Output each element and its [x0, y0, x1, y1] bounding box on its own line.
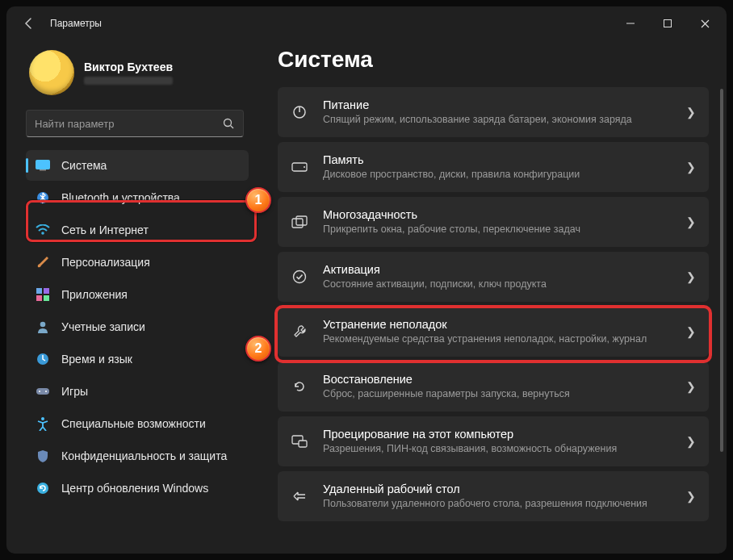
svg-rect-5	[40, 169, 46, 171]
search-icon	[223, 118, 235, 130]
svg-point-15	[39, 391, 40, 392]
project-icon	[291, 433, 308, 450]
check-circle-icon	[291, 268, 308, 286]
close-button[interactable]	[686, 10, 723, 36]
card-subtitle: Состояние активации, подписки, ключ прод…	[323, 278, 672, 290]
sidebar-item-label: Приложения	[61, 288, 128, 301]
sidebar-item-label: Система	[61, 159, 107, 172]
card-subtitle: Разрешения, ПИН-код связывания, возможно…	[323, 442, 672, 455]
card-storage[interactable]: Память Дисковое пространство, диски, пра…	[278, 142, 709, 192]
card-title: Устранение неполадок	[323, 318, 672, 331]
person-icon	[36, 320, 50, 334]
gamepad-icon	[36, 384, 50, 399]
card-multitasking[interactable]: Многозадачность Прикрепить окна, рабочие…	[278, 197, 709, 247]
accessibility-icon	[36, 416, 50, 431]
svg-rect-4	[36, 161, 50, 169]
apps-icon	[36, 287, 50, 302]
card-remote-desktop[interactable]: Удаленный рабочий стол Пользователи удал…	[278, 471, 709, 521]
card-title: Проецирование на этот компьютер	[323, 428, 672, 441]
shield-icon	[36, 449, 50, 463]
scrollbar-thumb[interactable]	[720, 89, 723, 452]
card-recovery[interactable]: Восстановление Сброс, расширенные параме…	[278, 361, 709, 412]
minimize-button[interactable]	[612, 10, 649, 36]
profile-email-blurred	[84, 77, 173, 85]
sidebar-item-label: Учетные записи	[61, 320, 145, 333]
card-title: Питание	[323, 98, 672, 111]
main-panel: Система Питание Спящий режим, использова…	[258, 40, 727, 554]
back-button[interactable]	[19, 14, 39, 33]
svg-rect-8	[36, 288, 42, 294]
chevron-right-icon: ❯	[686, 380, 696, 393]
svg-rect-1	[664, 20, 672, 27]
card-text: Устранение неполадок Рекомендуемые средс…	[323, 318, 672, 345]
globe-clock-icon	[36, 352, 50, 366]
sidebar-item-bluetooth[interactable]: Bluetooth и устройства	[26, 182, 249, 213]
sidebar: Виктор Бухтеев Система Bluetooth и устро…	[6, 40, 258, 554]
card-power[interactable]: Питание Спящий режим, использование заря…	[278, 87, 709, 137]
nav-list: Система Bluetooth и устройства Сеть и Ин…	[26, 150, 249, 504]
maximize-button[interactable]	[649, 10, 686, 36]
brush-icon	[36, 255, 50, 270]
card-subtitle: Спящий режим, использование заряда батар…	[323, 113, 672, 126]
card-subtitle: Сброс, расширенные параметры запуска, ве…	[323, 387, 672, 400]
multitask-icon	[291, 213, 308, 231]
sidebar-item-windows-update[interactable]: Центр обновления Windows	[26, 473, 249, 504]
sidebar-item-label: Сеть и Интернет	[61, 224, 149, 236]
card-title: Восстановление	[323, 373, 672, 386]
chevron-right-icon: ❯	[686, 106, 696, 119]
sidebar-item-label: Специальные возможности	[61, 417, 206, 430]
card-text: Проецирование на этот компьютер Разрешен…	[323, 428, 672, 455]
scrollbar[interactable]	[720, 89, 723, 545]
sidebar-item-privacy[interactable]: Конфиденциальность и защита	[26, 441, 249, 471]
page-title: Система	[278, 47, 709, 73]
avatar	[29, 50, 74, 95]
sidebar-item-system[interactable]: Система	[26, 150, 249, 181]
card-text: Память Дисковое пространство, диски, пра…	[323, 153, 672, 181]
sidebar-item-gaming[interactable]: Игры	[26, 376, 249, 407]
sidebar-item-accounts[interactable]: Учетные записи	[26, 311, 249, 342]
card-title: Память	[323, 153, 672, 166]
card-projecting[interactable]: Проецирование на этот компьютер Разрешен…	[278, 416, 709, 466]
card-subtitle: Рекомендуемые средства устранения непола…	[323, 332, 672, 345]
search-input[interactable]	[35, 118, 223, 130]
chevron-right-icon: ❯	[686, 215, 696, 228]
sidebar-item-label: Центр обновления Windows	[61, 482, 208, 495]
system-icon	[36, 158, 50, 173]
sidebar-item-label: Время и язык	[61, 353, 132, 366]
sidebar-item-network[interactable]: Сеть и Интернет	[26, 215, 249, 245]
settings-window: Параметры Виктор Бухтеев	[6, 6, 727, 554]
sidebar-item-apps[interactable]: Приложения	[26, 279, 249, 310]
chevron-right-icon: ❯	[686, 435, 696, 448]
card-title: Активация	[323, 263, 672, 276]
svg-rect-24	[296, 216, 307, 225]
profile-block[interactable]: Виктор Бухтеев	[26, 47, 249, 105]
sidebar-item-label: Конфиденциальность и защита	[61, 449, 227, 462]
sidebar-item-time-language[interactable]: Время и язык	[26, 344, 249, 374]
update-icon	[36, 481, 50, 495]
card-subtitle: Дисковое пространство, диски, правила ко…	[323, 168, 672, 181]
sidebar-item-label: Персонализация	[61, 256, 150, 269]
card-text: Удаленный рабочий стол Пользователи удал…	[323, 483, 672, 510]
search-box[interactable]	[26, 110, 244, 137]
card-text: Активация Состояние активации, подписки,…	[323, 263, 672, 290]
storage-icon	[291, 158, 308, 176]
sidebar-item-personalization[interactable]: Персонализация	[26, 247, 249, 278]
svg-rect-27	[299, 441, 307, 447]
wifi-icon	[36, 223, 50, 237]
profile-name: Виктор Бухтеев	[84, 61, 173, 73]
sidebar-item-label: Bluetooth и устройства	[61, 191, 180, 204]
svg-point-22	[304, 166, 305, 168]
sidebar-item-label: Игры	[61, 385, 88, 398]
svg-point-2	[224, 119, 232, 126]
svg-point-17	[41, 417, 44, 420]
card-activation[interactable]: Активация Состояние активации, подписки,…	[278, 252, 709, 302]
card-troubleshoot[interactable]: Устранение неполадок Рекомендуемые средс…	[278, 307, 709, 357]
settings-list: Питание Спящий режим, использование заря…	[278, 87, 709, 521]
sidebar-item-accessibility[interactable]: Специальные возможности	[26, 408, 249, 439]
svg-rect-9	[44, 288, 49, 294]
chevron-right-icon: ❯	[686, 325, 696, 338]
card-text: Питание Спящий режим, использование заря…	[323, 98, 672, 126]
power-icon	[291, 103, 308, 121]
svg-point-25	[294, 271, 306, 283]
bluetooth-icon	[36, 190, 50, 205]
